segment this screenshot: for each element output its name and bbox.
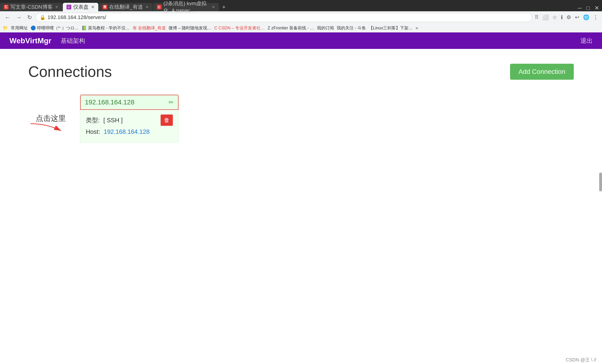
card-host-row: Host: 192.168.164.128 xyxy=(86,128,173,135)
scrollbar-hint xyxy=(599,172,602,192)
app-navbar: WebVirtMgr 基础架构 退出 xyxy=(0,32,602,49)
tab-close-csdn[interactable]: ✕ xyxy=(55,4,59,10)
tab-kvm[interactable]: C (2条消息) kvm虚拟化_A panac... ✕ xyxy=(153,3,219,11)
bookmark-orders[interactable]: 我的订阅 xyxy=(317,25,334,31)
tab-dashboard[interactable]: ☰ 仪表盘 ✕ xyxy=(63,3,98,11)
minimize-btn[interactable]: ─ xyxy=(578,5,581,11)
bookmark-zfrontier[interactable]: Z zFrontier 装备前线 - … xyxy=(268,25,314,31)
connection-card: 192.168.164.128 ✏ 类型: [ SSH ] 🗑 Host: 19… xyxy=(80,95,179,143)
bookmark-youdao[interactable]: 有 在线翻译_有道 xyxy=(133,25,166,31)
tab-title-youdao: 在线翻译_有道 xyxy=(109,3,143,11)
tab-search-btn[interactable]: ⬜ xyxy=(541,13,549,21)
page-title: Connections xyxy=(28,63,112,80)
tab-title-csdn: 写文章-CSDN博客 xyxy=(10,3,53,11)
annotation-arrow xyxy=(28,121,66,135)
nav-bar: ← → ↻ 🔒 192.168.164.128/servers/ ⠿ ⬜ ☆ ℹ… xyxy=(0,11,602,23)
window-controls: ─ □ ✕ xyxy=(578,5,602,11)
bookmark-runoob[interactable]: 📗 菜鸟教程 - 学的不仅… xyxy=(82,25,130,31)
bookmark-common[interactable]: 常用网址 xyxy=(11,25,28,31)
tab-csdn-blog[interactable]: C 写文章-CSDN博客 ✕ xyxy=(0,3,62,11)
browser-chrome: C 写文章-CSDN博客 ✕ ☰ 仪表盘 ✕ 有 在线翻译_有道 ✕ C (2条… xyxy=(0,0,602,32)
page-content: Connections Add Connection 点击这里 192.168.… xyxy=(0,49,602,157)
close-btn[interactable]: ✕ xyxy=(594,5,599,11)
card-edit-button[interactable]: ✏ xyxy=(169,99,174,106)
history-back-btn[interactable]: ↩ xyxy=(574,13,580,21)
status-text: CSDN @王 \ // xyxy=(566,357,596,362)
card-type-label: 类型: xyxy=(86,117,100,124)
annotation-container: 点击这里 xyxy=(28,113,66,135)
card-host-link[interactable]: 192.168.164.128 xyxy=(104,128,150,135)
card-host-text: Host: 192.168.164.128 xyxy=(86,128,150,135)
tab-icon-csdn: C xyxy=(4,5,9,10)
bookmarks-bar: 📁 常用网址 🔵 哔哩哔哩（*･）つロ… 📗 菜鸟教程 - 学的不仅… 有 在线… xyxy=(0,23,602,32)
app-nav-right: 退出 xyxy=(580,37,593,45)
tab-icon-youdao: 有 xyxy=(103,5,107,10)
nav-actions: ⠿ ⬜ ☆ ℹ ⚙ ↩ 🌐 ⋮ xyxy=(534,13,599,21)
settings-btn[interactable]: ⚙ xyxy=(566,13,572,21)
add-connection-button[interactable]: Add Connection xyxy=(510,64,574,80)
bookmark-btn[interactable]: ☆ xyxy=(551,13,558,21)
bookmark-folder-icon: 📁 xyxy=(3,25,8,31)
tab-icon-dashboard: ☰ xyxy=(66,5,71,10)
nav-link-infrastructure[interactable]: 基础架构 xyxy=(61,37,85,45)
tab-youdao[interactable]: 有 在线翻译_有道 ✕ xyxy=(99,3,153,11)
tab-bar: C 写文章-CSDN博客 ✕ ☰ 仪表盘 ✕ 有 在线翻译_有道 ✕ C (2条… xyxy=(0,0,602,11)
card-type-row: 类型: [ SSH ] 🗑 xyxy=(86,115,173,126)
status-bar: CSDN @王 \ // xyxy=(565,356,597,364)
translate-btn[interactable]: 🌐 xyxy=(582,13,590,21)
tab-close-dashboard[interactable]: ✕ xyxy=(91,4,95,10)
connections-area: 点击这里 192.168.164.128 ✏ 类型: xyxy=(28,95,574,143)
address-text: 192.168.164.128/servers/ xyxy=(47,14,106,21)
more-bookmarks[interactable]: » xyxy=(416,25,418,31)
tab-close-kvm[interactable]: ✕ xyxy=(212,4,215,10)
card-type-label-value: 类型: [ SSH ] xyxy=(86,116,123,124)
card-delete-button[interactable]: 🗑 xyxy=(161,115,173,126)
address-bar[interactable]: 🔒 192.168.164.128/servers/ xyxy=(36,13,532,22)
card-type-value: [ SSH ] xyxy=(103,117,122,124)
tab-icon-kvm: C xyxy=(157,5,161,10)
back-button[interactable]: ← xyxy=(3,13,12,22)
tab-close-youdao[interactable]: ✕ xyxy=(145,4,149,10)
page-header: Connections Add Connection xyxy=(28,63,574,80)
logout-link[interactable]: 退出 xyxy=(580,37,593,44)
bookmark-csdn[interactable]: C CSDN – 专业开发者社… xyxy=(214,25,265,31)
reload-button[interactable]: ↻ xyxy=(25,13,34,22)
tab-title-kvm: (2条消息) kvm虚拟化_A panac... xyxy=(163,0,209,14)
tab-title-dashboard: 仪表盘 xyxy=(73,3,89,11)
forward-button[interactable]: → xyxy=(14,13,23,22)
card-body: 类型: [ SSH ] 🗑 Host: 192.168.164.128 xyxy=(80,110,179,142)
lock-icon: 🔒 xyxy=(40,15,46,20)
maximize-btn[interactable]: □ xyxy=(586,5,590,11)
bookmark-weibo[interactable]: 微博 – 随时随地发现… xyxy=(169,25,211,31)
more-btn[interactable]: ⋮ xyxy=(592,13,599,21)
bookmark-linux[interactable]: 【Linux三剑客】下架… xyxy=(369,25,413,31)
bookmark-douyu[interactable]: 我的关注 - 斗鱼 xyxy=(337,25,366,31)
new-tab-button[interactable]: + xyxy=(219,3,228,11)
app-brand: WebVirtMgr xyxy=(9,36,51,45)
extensions-btn[interactable]: ⠿ xyxy=(534,13,539,21)
bookmark-bilibili[interactable]: 🔵 哔哩哔哩（*･）つロ… xyxy=(31,25,79,31)
info-btn[interactable]: ℹ xyxy=(560,13,564,21)
card-host-label: Host: xyxy=(86,128,100,135)
card-ip: 192.168.164.128 xyxy=(85,98,134,106)
card-header: 192.168.164.128 ✏ xyxy=(80,95,179,110)
